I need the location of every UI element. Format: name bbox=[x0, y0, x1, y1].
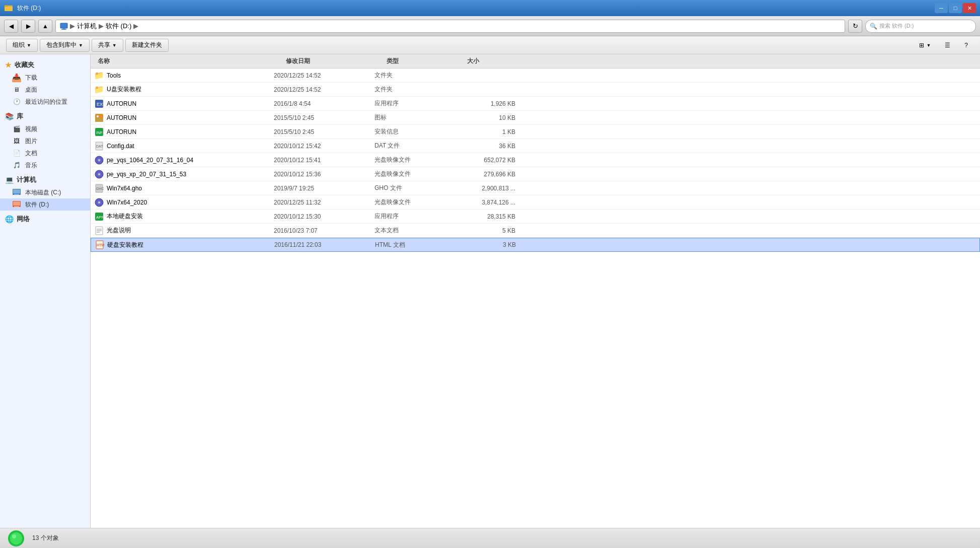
file-date: 2020/10/12 15:30 bbox=[274, 213, 374, 220]
view-button[interactable]: ⊞ ▼ bbox=[913, 39, 937, 52]
sidebar-item-drive-c[interactable]: 本地磁盘 (C:) bbox=[0, 186, 90, 198]
table-row[interactable]: 光盘说明 2016/10/23 7:07 文本文档 5 KB bbox=[91, 224, 980, 238]
organize-button[interactable]: 组织 ▼ bbox=[6, 39, 38, 52]
file-size: 279,696 KB bbox=[455, 171, 525, 178]
sidebar-item-download[interactable]: 📥 下载 bbox=[0, 72, 90, 84]
image-icon bbox=[95, 113, 104, 122]
iso-icon bbox=[95, 170, 104, 179]
file-date: 2020/12/25 14:52 bbox=[274, 86, 374, 93]
table-row[interactable]: APP 本地硬盘安装 2020/10/12 15:30 应用程序 28,315 … bbox=[91, 210, 980, 224]
minimize-button[interactable]: ─ bbox=[935, 3, 948, 13]
svg-text:APP: APP bbox=[96, 215, 104, 220]
path-drive[interactable]: 软件 (D:) bbox=[106, 22, 131, 31]
details-button[interactable]: ☰ bbox=[939, 39, 956, 52]
drive-c-label: 本地磁盘 (C:) bbox=[25, 188, 61, 197]
table-row[interactable]: AUTORUN 2015/5/10 2:45 图标 10 KB bbox=[91, 111, 980, 125]
library-label: 库 bbox=[17, 112, 23, 121]
file-type: 安装信息 bbox=[374, 127, 455, 136]
svg-point-13 bbox=[97, 115, 99, 117]
network-header[interactable]: 🌐 网络 bbox=[0, 213, 90, 226]
table-row[interactable]: 📁 Tools 2020/12/25 14:52 文件夹 bbox=[91, 68, 980, 83]
sidebar-item-music[interactable]: 🎵 音乐 bbox=[0, 159, 90, 171]
path-computer[interactable]: 计算机 bbox=[77, 22, 97, 31]
maximize-button[interactable]: □ bbox=[949, 3, 962, 13]
details-icon: ☰ bbox=[945, 42, 950, 49]
file-size: 1 KB bbox=[455, 128, 525, 135]
view-dropdown-icon: ▼ bbox=[926, 43, 931, 48]
folder-icon: 📁 bbox=[95, 71, 104, 80]
file-date: 2020/10/12 15:41 bbox=[274, 157, 374, 164]
refresh-button[interactable]: ↻ bbox=[848, 20, 862, 33]
up-button[interactable]: ▲ bbox=[38, 20, 52, 33]
sidebar: ★ 收藏夹 📥 下载 🖥 桌面 🕐 最近访问的位置 📚 库 bbox=[0, 54, 91, 528]
file-size: 10 KB bbox=[455, 114, 525, 121]
table-row[interactable]: Win7x64_2020 2020/12/25 11:32 光盘映像文件 3,8… bbox=[91, 195, 980, 210]
svg-rect-1 bbox=[60, 23, 67, 28]
col-date-header[interactable]: 修改日期 bbox=[286, 57, 387, 65]
share-dropdown-icon: ▼ bbox=[112, 43, 117, 48]
table-row[interactable]: INF AUTORUN 2015/5/10 2:45 安装信息 1 KB bbox=[91, 125, 980, 139]
address-bar: ◀ ▶ ▲ ▶ 计算机 ▶ 软件 (D:) ▶ ↻ 🔍 搜索 软件 (D:) bbox=[0, 16, 980, 36]
column-header: 名称 修改日期 类型 大小 bbox=[91, 54, 980, 68]
file-date: 2016/11/21 22:03 bbox=[274, 241, 375, 248]
table-row[interactable]: DAT Config.dat 2020/10/12 15:42 DAT 文件 3… bbox=[91, 139, 980, 153]
video-label: 视频 bbox=[25, 125, 37, 133]
file-type: HTML 文档 bbox=[375, 241, 456, 249]
html-icon: HTML bbox=[95, 240, 104, 249]
sidebar-item-document[interactable]: 📄 文档 bbox=[0, 147, 90, 159]
include-button[interactable]: 包含到库中 ▼ bbox=[40, 39, 90, 52]
sidebar-item-recent[interactable]: 🕐 最近访问的位置 bbox=[0, 96, 90, 108]
file-date: 2020/12/25 14:52 bbox=[274, 72, 374, 79]
file-type: 光盘映像文件 bbox=[374, 198, 455, 207]
address-path[interactable]: ▶ 计算机 ▶ 软件 (D:) ▶ bbox=[55, 20, 845, 33]
col-size-header[interactable]: 大小 bbox=[467, 57, 538, 65]
table-row[interactable]: pe_yqs_xp_20_07_31_15_53 2020/10/12 15:3… bbox=[91, 167, 980, 181]
favorites-header[interactable]: ★ 收藏夹 bbox=[0, 58, 90, 72]
network-label: 网络 bbox=[17, 215, 30, 224]
svg-text:INF: INF bbox=[96, 130, 103, 135]
file-size: 5 KB bbox=[455, 227, 525, 234]
sidebar-item-video[interactable]: 🎬 视频 bbox=[0, 123, 90, 135]
table-row[interactable]: EXE AUTORUN 2016/1/8 4:54 应用程序 1,926 KB bbox=[91, 97, 980, 111]
table-row[interactable]: 📁 U盘安装教程 2020/12/25 14:52 文件夹 bbox=[91, 83, 980, 97]
app-green-icon: APP bbox=[95, 212, 104, 221]
close-button[interactable]: ✕ bbox=[963, 3, 976, 13]
file-name: Win7x64_2020 bbox=[95, 198, 274, 207]
file-name: pe_yqs_xp_20_07_31_15_53 bbox=[95, 170, 274, 179]
sidebar-item-drive-d[interactable]: 软件 (D:) bbox=[0, 198, 90, 211]
document-label: 文档 bbox=[25, 149, 37, 158]
share-button[interactable]: 共享 ▼ bbox=[92, 39, 123, 52]
recent-icon: 🕐 bbox=[12, 97, 21, 106]
computer-icon bbox=[60, 22, 68, 30]
new-folder-label: 新建文件夹 bbox=[132, 41, 162, 49]
organize-label: 组织 bbox=[13, 41, 25, 49]
include-dropdown-icon: ▼ bbox=[79, 43, 83, 48]
table-row[interactable]: HTML 硬盘安装教程 2016/11/21 22:03 HTML 文档 3 K… bbox=[91, 238, 980, 252]
col-type-header[interactable]: 类型 bbox=[387, 57, 467, 65]
table-row[interactable]: GHO Win7x64.gho 2019/9/7 19:25 GHO 文件 2,… bbox=[91, 181, 980, 195]
sidebar-item-picture[interactable]: 🖼 图片 bbox=[0, 135, 90, 147]
computer-header[interactable]: 💻 计算机 bbox=[0, 173, 90, 186]
forward-button[interactable]: ▶ bbox=[21, 20, 35, 33]
file-date: 2020/12/25 11:32 bbox=[274, 199, 374, 206]
help-button[interactable]: ? bbox=[958, 39, 974, 52]
file-size: 652,072 KB bbox=[455, 157, 525, 164]
include-label: 包含到库中 bbox=[46, 41, 77, 49]
computer-section: 💻 计算机 本地磁盘 (C:) bbox=[0, 173, 90, 211]
gho-icon: GHO bbox=[95, 184, 104, 193]
sidebar-item-desktop[interactable]: 🖥 桌面 bbox=[0, 84, 90, 96]
file-date: 2016/1/8 4:54 bbox=[274, 100, 374, 107]
file-date: 2020/10/12 15:42 bbox=[274, 143, 374, 150]
music-label: 音乐 bbox=[25, 161, 37, 170]
search-box[interactable]: 🔍 搜索 软件 (D:) bbox=[865, 20, 976, 33]
library-header[interactable]: 📚 库 bbox=[0, 110, 90, 123]
table-row[interactable]: pe_yqs_1064_20_07_31_16_04 2020/10/12 15… bbox=[91, 153, 980, 167]
back-button[interactable]: ◀ bbox=[4, 20, 18, 33]
file-date: 2015/5/10 2:45 bbox=[274, 114, 374, 121]
new-folder-button[interactable]: 新建文件夹 bbox=[125, 39, 169, 52]
view-icon: ⊞ bbox=[919, 42, 924, 49]
col-name-header[interactable]: 名称 bbox=[95, 57, 286, 65]
iso-icon bbox=[95, 198, 104, 207]
file-date: 2016/10/23 7:07 bbox=[274, 227, 374, 234]
path-sep-1: ▶ bbox=[70, 22, 75, 30]
